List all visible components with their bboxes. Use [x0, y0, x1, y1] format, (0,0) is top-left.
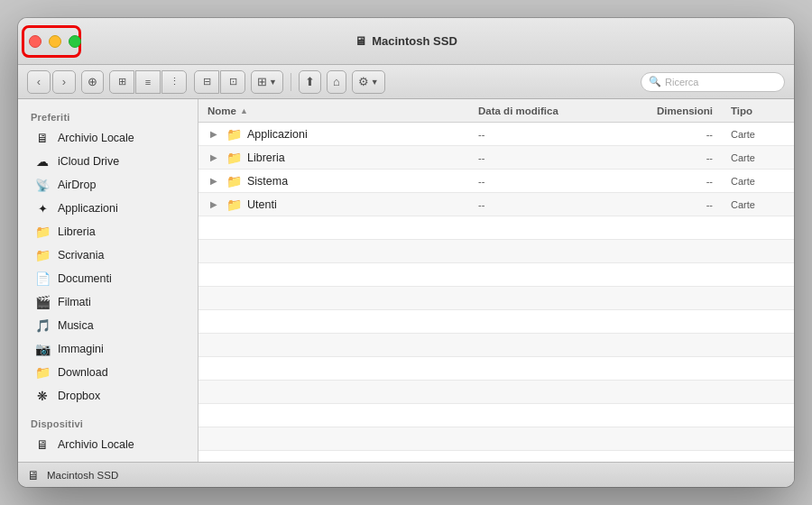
- column-headers: Nome ▲ Data di modifica Dimensioni Tipo: [198, 99, 794, 123]
- expand-arrow-icon[interactable]: ▶: [208, 152, 220, 164]
- movie-icon: 🎬: [34, 294, 51, 310]
- minimize-button[interactable]: [49, 35, 61, 48]
- music-icon: 🎵: [34, 317, 51, 334]
- file-date-libreria: --: [469, 152, 632, 163]
- sidebar-item-musica[interactable]: 🎵 Musica: [22, 314, 194, 337]
- sidebar-label-airdrop: AirDrop: [58, 179, 96, 191]
- file-name-applicazioni: Applicazioni: [247, 128, 308, 141]
- table-row-empty: [198, 310, 794, 334]
- apps-icon: ✦: [34, 200, 51, 216]
- view-gallery-button[interactable]: ⊡: [220, 70, 245, 94]
- col-size-header[interactable]: Dimensioni: [632, 106, 722, 116]
- nav-buttons: ‹ ›: [27, 70, 76, 94]
- table-row[interactable]: ▶ 📁 Libreria -- -- Carte: [198, 146, 794, 170]
- file-cell-name: ▶ 📁 Sistema: [198, 173, 469, 189]
- content-area: Preferiti 🖥 Archivio Locale ☁ iCloud Dri…: [18, 99, 794, 462]
- dropbox-icon: ❋: [34, 388, 51, 404]
- search-bar[interactable]: 🔍 Ricerca: [641, 72, 785, 92]
- expand-arrow-icon[interactable]: ▶: [208, 198, 220, 211]
- back-button[interactable]: ‹: [27, 70, 51, 94]
- folder-icon-libreria: 📁: [34, 224, 51, 240]
- view-extra-buttons: ⊟ ⊡: [194, 70, 245, 94]
- table-row[interactable]: ▶ 📁 Utenti -- -- Carte: [198, 193, 794, 216]
- file-list: ▶ 📁 Applicazioni -- -- Carte ▶ 📁 Libreri…: [198, 123, 794, 462]
- sidebar-item-immagini[interactable]: 📷 Immagini: [22, 337, 194, 361]
- sidebar-label-dropbox: Dropbox: [58, 390, 100, 402]
- tag-icon: ⌂: [333, 75, 340, 88]
- traffic-lights: [29, 35, 81, 48]
- file-cell-name: ▶ 📁 Libreria: [198, 150, 469, 166]
- forward-button[interactable]: ›: [52, 70, 76, 94]
- sidebar-section-dispositivi: Dispositivi: [18, 413, 198, 433]
- col-type-label: Tipo: [731, 106, 752, 116]
- expand-arrow-icon[interactable]: ▶: [208, 128, 220, 141]
- sidebar-item-archivio-locale-2[interactable]: 🖥 Archivio Locale: [22, 433, 194, 456]
- sidebar-section-preferiti: Preferiti: [18, 106, 198, 126]
- grid-icon: ⊞: [257, 75, 267, 88]
- folder-icon-libreria-main: 📁: [226, 150, 242, 166]
- file-type-libreria: Carte: [722, 152, 794, 163]
- file-cell-name: ▶ 📁 Applicazioni: [198, 126, 469, 142]
- sidebar-item-icloud[interactable]: ☁ iCloud Drive: [22, 150, 194, 173]
- sidebar-item-documenti[interactable]: 📄 Documenti: [22, 267, 194, 290]
- table-row-empty: [198, 263, 794, 287]
- finder-window: 🖥 Macintosh SSD ‹ › ⊕ ⊞ ≡ ⋮ ⊟ ⊡ ⊞ ▼ ⬆: [18, 18, 794, 487]
- sidebar-item-download[interactable]: 📁 Download: [22, 361, 194, 384]
- drive-bottom-icon: 🖥: [27, 468, 40, 482]
- airdrop-icon: 📡: [34, 177, 51, 193]
- bottom-bar-label: Macintosh SSD: [47, 470, 118, 481]
- close-button[interactable]: [29, 35, 42, 48]
- view-icon-button[interactable]: ⊞: [109, 70, 134, 94]
- table-row-empty: [198, 404, 794, 427]
- share-button[interactable]: ⬆: [299, 70, 321, 94]
- sidebar-item-filmati[interactable]: 🎬 Filmati: [22, 290, 194, 314]
- col-date-header[interactable]: Data di modifica: [469, 106, 632, 116]
- sidebar-item-airdrop[interactable]: 📡 AirDrop: [22, 173, 194, 197]
- file-size-utenti: --: [632, 199, 722, 210]
- folder-icon-sistema: 📁: [226, 173, 242, 189]
- chevron-down-icon: ▼: [269, 78, 277, 87]
- file-size-applicazioni: --: [632, 129, 722, 140]
- col-name-header[interactable]: Nome ▲: [198, 106, 469, 116]
- tag-button[interactable]: ⌂: [327, 70, 346, 94]
- window-title-area: 🖥 Macintosh SSD: [355, 34, 457, 48]
- sidebar-item-libreria[interactable]: 📁 Libreria: [22, 220, 194, 243]
- table-row-empty: [198, 334, 794, 357]
- col-type-header[interactable]: Tipo: [722, 106, 794, 116]
- table-row-empty: [198, 357, 794, 381]
- sidebar-label-archivio-locale: Archivio Locale: [58, 132, 134, 144]
- maximize-button[interactable]: [69, 35, 81, 48]
- table-row-empty: [198, 216, 794, 240]
- sidebar-label-musica: Musica: [58, 319, 94, 332]
- view-mode-button[interactable]: ⊞ ▼: [251, 70, 283, 94]
- expand-arrow-icon[interactable]: ▶: [208, 175, 220, 188]
- titlebar: 🖥 Macintosh SSD: [18, 18, 794, 65]
- main-content: Nome ▲ Data di modifica Dimensioni Tipo: [198, 99, 794, 462]
- file-date-sistema: --: [469, 176, 632, 187]
- sidebar-label-download: Download: [58, 366, 108, 379]
- photo-icon: 📷: [34, 341, 51, 357]
- view-columns2-button[interactable]: ⊟: [194, 70, 219, 94]
- sidebar: Preferiti 🖥 Archivio Locale ☁ iCloud Dri…: [18, 99, 198, 462]
- table-row[interactable]: ▶ 📁 Sistema -- -- Carte: [198, 170, 794, 193]
- file-date-utenti: --: [469, 199, 632, 210]
- sidebar-item-dropbox[interactable]: ❋ Dropbox: [22, 384, 194, 408]
- action-button[interactable]: ⚙ ▼: [352, 70, 385, 94]
- sidebar-item-scrivania[interactable]: 📁 Scrivania: [22, 243, 194, 267]
- table-row[interactable]: ▶ 📁 Applicazioni -- -- Carte: [198, 123, 794, 146]
- sidebar-item-applicazioni[interactable]: ✦ Applicazioni: [22, 197, 194, 220]
- sidebar-label-icloud: iCloud Drive: [58, 155, 119, 168]
- file-date-applicazioni: --: [469, 129, 632, 140]
- window-title: Macintosh SSD: [372, 34, 457, 48]
- sidebar-label-filmati: Filmati: [58, 296, 91, 308]
- sidebar-item-archivio-locale[interactable]: 🖥 Archivio Locale: [22, 126, 194, 150]
- view-list-button[interactable]: ≡: [135, 70, 161, 94]
- view-buttons: ⊞ ≡ ⋮: [109, 70, 187, 94]
- view-columns-button[interactable]: ⋮: [161, 70, 187, 94]
- table-row-empty: [198, 451, 794, 462]
- sidebar-label-applicazioni: Applicazioni: [58, 202, 118, 215]
- add-button[interactable]: ⊕: [81, 70, 104, 94]
- sidebar-label-immagini: Immagini: [58, 343, 104, 355]
- sidebar-label-scrivania: Scrivania: [58, 249, 104, 262]
- bottom-bar: 🖥 Macintosh SSD: [18, 462, 794, 487]
